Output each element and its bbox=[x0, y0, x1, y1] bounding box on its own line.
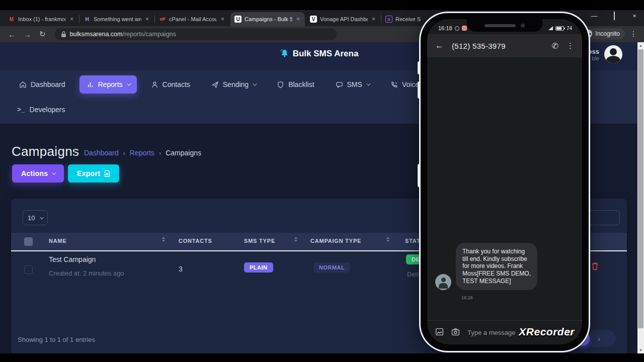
tab-close-icon[interactable]: × bbox=[69, 16, 74, 23]
nav-item-blacklist[interactable]: Blacklist bbox=[270, 75, 321, 94]
phone-screen: 16:18 74 ← (512) 535-3979 ✆ ⋮ bbox=[427, 19, 582, 344]
user-avatar[interactable] bbox=[604, 45, 622, 63]
chevron-down-icon bbox=[253, 81, 257, 85]
back-icon[interactable]: ← bbox=[435, 41, 444, 51]
nav-item-dashboard[interactable]: Dashboard bbox=[12, 75, 72, 94]
incognito-badge: Incognito bbox=[582, 28, 625, 39]
maximize-icon bbox=[614, 12, 615, 20]
tab-close-icon[interactable]: × bbox=[220, 16, 225, 23]
forward-icon[interactable]: → bbox=[24, 30, 31, 39]
export-button[interactable]: Export bbox=[68, 164, 119, 183]
tab-title: Inbox (1) - frankmoss bbox=[18, 16, 66, 22]
nav-label: SMS bbox=[347, 80, 362, 88]
delete-button[interactable] bbox=[591, 261, 599, 273]
breadcrumb-separator: › bbox=[159, 149, 161, 157]
tab-title: cPanel - Mail Accoun bbox=[169, 16, 217, 22]
recording-icon bbox=[462, 26, 467, 31]
chevron-down-icon bbox=[52, 170, 56, 174]
nav-item-developers[interactable]: >_ Developers bbox=[12, 102, 70, 118]
overflow-menu-icon[interactable]: ⋮ bbox=[567, 41, 574, 50]
window-controls: — × bbox=[591, 12, 638, 20]
nav-row: Dashboard Reports Contacts Sending bbox=[12, 75, 462, 94]
actions-label: Actions bbox=[21, 169, 48, 177]
message-bubble: Thank you for watching till end. Kindly … bbox=[456, 243, 537, 290]
shield-icon bbox=[277, 81, 284, 88]
maximize-button[interactable] bbox=[611, 12, 618, 20]
person-icon bbox=[151, 81, 158, 88]
reload-icon[interactable]: ↻ bbox=[39, 30, 46, 39]
sort-icon[interactable] bbox=[294, 237, 297, 242]
nav-item-sms[interactable]: SMS bbox=[329, 75, 376, 94]
user-status: ble bbox=[588, 55, 599, 61]
actions-button[interactable]: Actions bbox=[12, 164, 64, 183]
close-button[interactable]: × bbox=[631, 12, 638, 20]
export-label: Export bbox=[77, 169, 100, 177]
breadcrumb: Dashboard › Reports › Campaigns bbox=[74, 149, 201, 157]
phone-side-button bbox=[418, 61, 421, 74]
browser-menu-icon[interactable]: ⋮ bbox=[630, 30, 637, 38]
chevron-down-icon bbox=[127, 81, 131, 85]
phone-status-bar: 16:18 74 bbox=[427, 19, 582, 34]
tab-title: Something went wro bbox=[94, 16, 141, 22]
phone-clock: 16:18 bbox=[438, 25, 452, 31]
tab-close-icon[interactable]: × bbox=[295, 16, 301, 23]
call-icon[interactable]: ✆ bbox=[552, 41, 558, 51]
letterbox-top bbox=[0, 0, 644, 10]
gmail-icon: M bbox=[8, 16, 15, 23]
tab-campaigns-active[interactable]: U Campaigns - Bulk SM × bbox=[230, 12, 305, 26]
sort-icon[interactable] bbox=[386, 237, 389, 242]
column-header-campaign-type[interactable]: CAMPAIGN TYPE bbox=[310, 238, 361, 244]
nav-item-contacts[interactable]: Contacts bbox=[144, 75, 197, 94]
tab-cpanel[interactable]: cP cPanel - Mail Accoun × bbox=[155, 12, 229, 26]
scrollbar-thumb[interactable] bbox=[638, 49, 643, 328]
phone-call-icon bbox=[390, 81, 398, 88]
nav-label: Developers bbox=[30, 106, 65, 114]
breadcrumb-dashboard[interactable]: Dashboard bbox=[84, 149, 119, 157]
tab-gmail[interactable]: M Inbox (1) - frankmoss × bbox=[4, 12, 78, 26]
bulksms-favicon: U bbox=[234, 16, 242, 23]
campaign-name-cell: Test Campaign Created at: 2 minutes ago bbox=[49, 255, 124, 277]
receive-sms-icon: S bbox=[385, 16, 392, 23]
scroll-up-icon[interactable]: ▲ bbox=[637, 42, 644, 49]
cpanel-icon: cP bbox=[159, 16, 166, 23]
tab-vonage[interactable]: V Vonage API Dashbo × bbox=[306, 12, 380, 26]
brand-name: Bulk SMS Arena bbox=[293, 49, 359, 59]
column-header-name[interactable]: NAME bbox=[49, 238, 67, 244]
xrecorder-watermark: XRecorder bbox=[519, 326, 575, 338]
signal-icon bbox=[548, 26, 553, 30]
camera-icon[interactable] bbox=[451, 328, 460, 338]
tab-close-icon[interactable]: × bbox=[371, 16, 376, 23]
row-checkbox[interactable] bbox=[24, 265, 33, 274]
heroku-icon: H bbox=[84, 16, 91, 23]
gallery-icon[interactable] bbox=[435, 328, 444, 338]
tab-close-icon[interactable]: × bbox=[144, 16, 150, 23]
nav-label: Dashboard bbox=[31, 80, 65, 88]
breadcrumb-separator: › bbox=[123, 149, 125, 157]
incoming-message: Thank you for watching till end. Kindly … bbox=[435, 243, 537, 290]
phone-notch bbox=[467, 19, 542, 32]
next-page-icon[interactable]: › bbox=[598, 334, 600, 343]
user-chip[interactable]: oss ble bbox=[588, 45, 622, 63]
chevron-down-icon bbox=[40, 216, 44, 219]
page-size-select[interactable]: 10 bbox=[23, 210, 48, 225]
nav-item-reports[interactable]: Reports bbox=[79, 75, 137, 94]
speaker-slot bbox=[485, 24, 516, 27]
brand-logo[interactable]: Bulk SMS Arena bbox=[279, 48, 359, 59]
address-bar[interactable]: bulksmsarena.com/reports/campaigns bbox=[55, 28, 337, 40]
nav-label: Blacklist bbox=[288, 80, 314, 88]
chat-bubble-icon bbox=[336, 81, 343, 88]
url-path: /reports/campaigns bbox=[122, 31, 176, 38]
scroll-down-icon[interactable]: ▼ bbox=[637, 347, 644, 353]
back-icon[interactable]: ← bbox=[8, 30, 16, 39]
url-domain: bulksmsarena.com bbox=[70, 31, 123, 38]
tab-something-went-wrong[interactable]: H Something went wro × bbox=[79, 12, 154, 26]
minimize-button[interactable]: — bbox=[591, 12, 598, 20]
sender-avatar bbox=[435, 274, 451, 290]
breadcrumb-reports[interactable]: Reports bbox=[130, 149, 154, 157]
nav-item-sending[interactable]: Sending bbox=[204, 75, 263, 94]
column-header-sms-type[interactable]: SMS TYPE bbox=[244, 238, 275, 244]
select-all-checkbox[interactable] bbox=[24, 237, 33, 246]
page-scrollbar[interactable]: ▲ ▼ bbox=[637, 42, 644, 353]
alarm-icon bbox=[455, 26, 459, 31]
sort-icon[interactable] bbox=[162, 237, 165, 242]
